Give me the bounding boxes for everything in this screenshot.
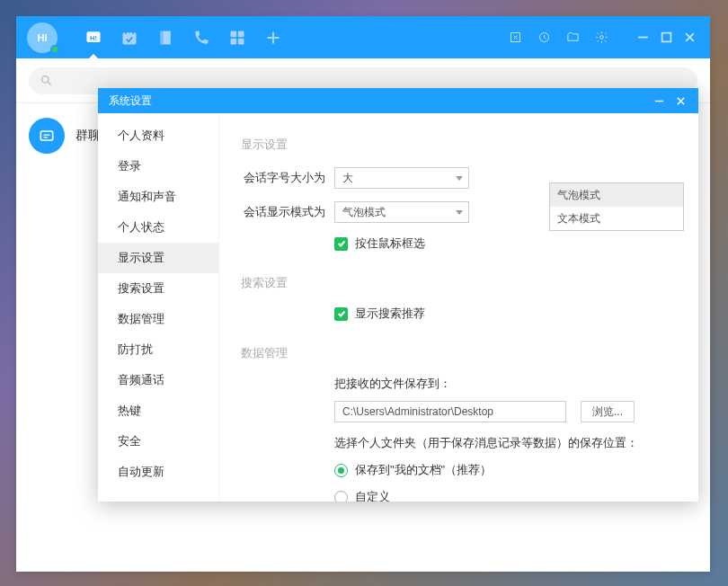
minimize-button[interactable] — [631, 26, 654, 49]
sidebar-item-security[interactable]: 安全 — [98, 426, 218, 457]
sidebar-item-hotkey[interactable]: 热键 — [98, 395, 218, 426]
chevron-down-icon — [456, 176, 463, 181]
svg-rect-12 — [661, 33, 670, 42]
svg-rect-5 — [231, 31, 237, 37]
dialog-title: 系统设置 — [109, 93, 152, 109]
svg-rect-6 — [238, 31, 244, 37]
svg-text:H!: H! — [90, 33, 97, 41]
sidebar-item-display[interactable]: 显示设置 — [98, 243, 218, 273]
sidebar-item-status[interactable]: 个人状态 — [98, 212, 218, 243]
sidebar-item-dnd[interactable]: 防打扰 — [98, 334, 218, 365]
save-mydoc-radio[interactable] — [334, 464, 348, 477]
dropdown-option-bubble[interactable]: 气泡模式 — [550, 183, 683, 207]
svg-point-11 — [599, 36, 603, 40]
save-path-input[interactable] — [334, 401, 566, 422]
dialog-titlebar[interactable]: 系统设置 — [98, 88, 698, 113]
font-size-label: 会话字号大小为 — [241, 170, 334, 186]
avatar-label: HI — [38, 32, 48, 43]
font-size-select[interactable]: 大 — [334, 167, 469, 189]
svg-rect-2 — [123, 32, 137, 44]
search-input[interactable] — [60, 74, 687, 87]
settings-dialog: 系统设置 个人资料 登录 通知和声音 个人状态 显示设置 搜索设置 数据管理 防… — [98, 88, 698, 502]
search-recommend-label: 显示搜索推荐 — [355, 306, 425, 322]
svg-rect-7 — [231, 38, 237, 44]
sidebar-item-profile[interactable]: 个人资料 — [98, 120, 218, 151]
group-chat-icon — [29, 118, 65, 154]
svg-rect-4 — [160, 31, 163, 44]
sidebar-item-autoupdate[interactable]: 自动更新 — [98, 457, 218, 487]
apps-tab[interactable] — [219, 16, 255, 58]
dialog-close-button[interactable] — [670, 90, 691, 111]
save-mydoc-label: 保存到"我的文档"（推荐） — [355, 462, 492, 478]
section-head-display: 显示设置 — [241, 137, 677, 153]
dialog-content[interactable]: 显示设置 会话字号大小为 大 会话显示模式为 气泡模式 按 — [219, 113, 698, 502]
phone-tab[interactable] — [183, 16, 219, 58]
main-toolbar: HI H! — [16, 16, 710, 58]
sidebar-item-data[interactable]: 数据管理 — [98, 304, 218, 334]
search-recommend-checkbox[interactable] — [334, 307, 348, 321]
history-icon[interactable] — [530, 16, 557, 58]
screenshot-icon[interactable] — [502, 16, 528, 58]
folder-icon[interactable] — [559, 16, 586, 58]
mouse-select-label: 按住鼠标框选 — [355, 235, 425, 252]
svg-point-13 — [42, 76, 49, 84]
svg-rect-8 — [238, 38, 244, 44]
add-tab[interactable] — [255, 16, 291, 58]
contact-name: 群聊 — [75, 128, 101, 144]
dropdown-option-text[interactable]: 文本模式 — [550, 207, 683, 230]
maximize-button[interactable] — [654, 26, 678, 49]
search-icon — [40, 74, 53, 87]
section-head-data: 数据管理 — [241, 345, 677, 361]
chat-tab[interactable]: H! — [75, 16, 111, 58]
display-mode-label: 会话显示模式为 — [241, 204, 334, 220]
sidebar-item-login[interactable]: 登录 — [98, 151, 218, 182]
sidebar-item-audio[interactable]: 音频通话 — [98, 365, 218, 395]
save-path-label: 把接收的文件保存到： — [334, 376, 677, 392]
display-mode-select[interactable]: 气泡模式 — [334, 201, 469, 223]
sidebar-item-notification[interactable]: 通知和声音 — [98, 182, 218, 212]
calendar-tab[interactable] — [111, 16, 147, 58]
dialog-sidebar: 个人资料 登录 通知和声音 个人状态 显示设置 搜索设置 数据管理 防打扰 音频… — [98, 113, 219, 502]
notebook-tab[interactable] — [147, 16, 183, 58]
browse-button[interactable]: 浏览... — [581, 401, 635, 422]
save-custom-label: 自定义 — [355, 489, 390, 502]
mouse-select-checkbox[interactable] — [334, 237, 348, 251]
dialog-body: 个人资料 登录 通知和声音 个人状态 显示设置 搜索设置 数据管理 防打扰 音频… — [98, 113, 698, 502]
chevron-down-icon — [456, 210, 463, 215]
dialog-minimize-button[interactable] — [648, 90, 670, 111]
save-custom-radio[interactable] — [334, 491, 348, 502]
close-button[interactable] — [678, 26, 701, 49]
gear-icon[interactable] — [588, 16, 615, 58]
online-status-dot — [50, 45, 59, 54]
display-mode-dropdown: 气泡模式 文本模式 — [549, 182, 684, 231]
toolbar-right — [502, 16, 701, 58]
avatar[interactable]: HI — [27, 22, 58, 53]
svg-rect-14 — [40, 131, 52, 140]
personal-folder-label: 选择个人文件夹（用于保存消息记录等数据）的保存位置： — [334, 435, 677, 451]
window-controls — [631, 26, 701, 49]
section-head-search: 搜索设置 — [241, 275, 677, 291]
sidebar-item-search[interactable]: 搜索设置 — [98, 273, 218, 304]
